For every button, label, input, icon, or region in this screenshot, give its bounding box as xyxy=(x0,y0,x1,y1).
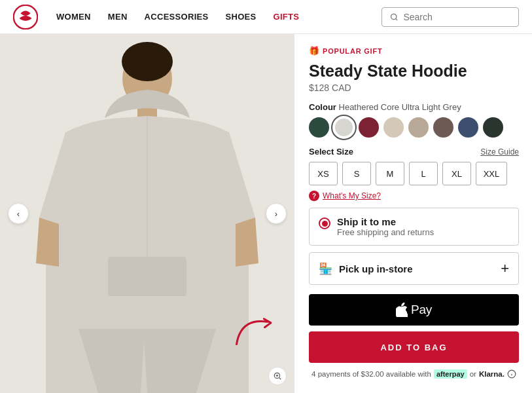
nav-gifts[interactable]: GIFTS xyxy=(274,12,300,22)
badge-text: POPULAR GIFT xyxy=(323,47,383,55)
size-xl[interactable]: XL xyxy=(442,162,471,185)
colour-label: Colour Heathered Core Ultra Light Grey xyxy=(309,102,519,112)
size-xs[interactable]: XS xyxy=(309,162,338,185)
info-icon[interactable] xyxy=(507,369,516,379)
plus-icon: + xyxy=(501,261,509,276)
size-header: Select Size Size Guide xyxy=(309,147,519,157)
popular-gift-badge: 🎁 POPULAR GIFT xyxy=(309,46,519,56)
pickup-left: 🏪 Pick up in-store xyxy=(319,262,413,276)
shipping-text: Ship it to me Free shipping and returns xyxy=(337,216,434,237)
apple-pay-label: Pay xyxy=(411,303,432,317)
search-input[interactable] xyxy=(403,12,510,22)
nav-shoes[interactable]: SHOES xyxy=(226,12,257,22)
logo[interactable] xyxy=(13,5,38,29)
whats-my-size[interactable]: ? What's My Size? xyxy=(309,191,519,201)
store-icon: 🏪 xyxy=(319,262,332,276)
swatch-dark-forest[interactable] xyxy=(483,117,503,138)
pickup-section[interactable]: 🏪 Pick up in-store + xyxy=(309,252,519,285)
colour-name: Heathered Core Ultra Light Grey xyxy=(339,102,461,112)
svg-line-2 xyxy=(396,18,397,20)
red-arrow-cta xyxy=(227,308,283,356)
afterpay-logo: afterpay xyxy=(434,369,467,379)
svg-point-6 xyxy=(122,42,173,81)
size-buttons: XS S M L XL XXL xyxy=(309,162,519,185)
size-section: Select Size Size Guide XS S M L XL XXL ?… xyxy=(309,147,519,201)
next-image-button[interactable]: › xyxy=(266,203,287,224)
colour-section: Colour Heathered Core Ultra Light Grey xyxy=(309,102,519,138)
zoom-button[interactable] xyxy=(268,367,287,385)
add-to-bag-button[interactable]: ADD TO BAG xyxy=(309,331,519,363)
product-image-section: ‹ › xyxy=(0,34,294,393)
search-box[interactable] xyxy=(381,7,519,27)
radio-selected xyxy=(319,217,330,229)
shipping-title: Ship it to me xyxy=(337,216,434,227)
size-s[interactable]: S xyxy=(342,162,371,185)
whats-my-size-label[interactable]: What's My Size? xyxy=(323,191,381,200)
size-guide-link[interactable]: Size Guide xyxy=(480,147,519,157)
zoom-icon xyxy=(273,371,282,381)
arrow-svg xyxy=(227,308,283,352)
svg-line-11 xyxy=(279,378,281,380)
main-content: ‹ › 🎁 POPULAR GIFT Steady State Hoodie $… xyxy=(0,34,532,393)
swatch-burgundy[interactable] xyxy=(359,117,379,138)
svg-rect-8 xyxy=(108,257,186,296)
swatch-navy[interactable] xyxy=(458,117,478,138)
swatch-light-grey[interactable] xyxy=(334,117,354,138)
header: WOMEN MEN ACCESSORIES SHOES GIFTS xyxy=(0,0,532,34)
nav-accessories[interactable]: ACCESSORIES xyxy=(145,12,209,22)
size-l[interactable]: L xyxy=(409,162,438,185)
apple-icon xyxy=(396,303,408,317)
nav-men[interactable]: MEN xyxy=(108,12,128,22)
swatch-tan[interactable] xyxy=(408,117,429,138)
prev-image-button[interactable]: ‹ xyxy=(8,203,29,224)
color-swatches xyxy=(309,117,519,138)
gift-icon: 🎁 xyxy=(309,46,319,56)
klarna-logo: Klarna. xyxy=(479,370,505,378)
size-m[interactable]: M xyxy=(376,162,404,185)
afterpay-line: 4 payments of $32.00 available with afte… xyxy=(309,369,519,379)
size-help-icon: ? xyxy=(309,191,319,201)
product-details-panel: 🎁 POPULAR GIFT Steady State Hoodie $128 … xyxy=(294,34,532,393)
size-xxl[interactable]: XXL xyxy=(476,162,507,185)
product-title: Steady State Hoodie xyxy=(309,61,519,81)
logo-svg xyxy=(13,5,38,29)
swatch-dark-green[interactable] xyxy=(309,117,329,138)
pickup-title: Pick up in-store xyxy=(339,263,413,274)
swatch-light-tan[interactable] xyxy=(383,117,404,138)
shipping-subtitle: Free shipping and returns xyxy=(337,227,434,237)
search-icon xyxy=(390,12,398,22)
apple-pay-button[interactable]: Pay xyxy=(309,294,519,326)
size-label: Select Size xyxy=(309,147,353,157)
product-price: $128 CAD xyxy=(309,83,519,93)
shipping-option[interactable]: Ship it to me Free shipping and returns xyxy=(319,216,509,237)
afterpay-or: or xyxy=(470,370,476,378)
shipping-section: Ship it to me Free shipping and returns xyxy=(309,208,519,246)
main-nav: WOMEN MEN ACCESSORIES SHOES GIFTS xyxy=(56,12,381,22)
swatch-brown[interactable] xyxy=(433,117,453,138)
afterpay-text: 4 payments of $32.00 available with xyxy=(311,370,431,378)
nav-women[interactable]: WOMEN xyxy=(56,12,91,22)
